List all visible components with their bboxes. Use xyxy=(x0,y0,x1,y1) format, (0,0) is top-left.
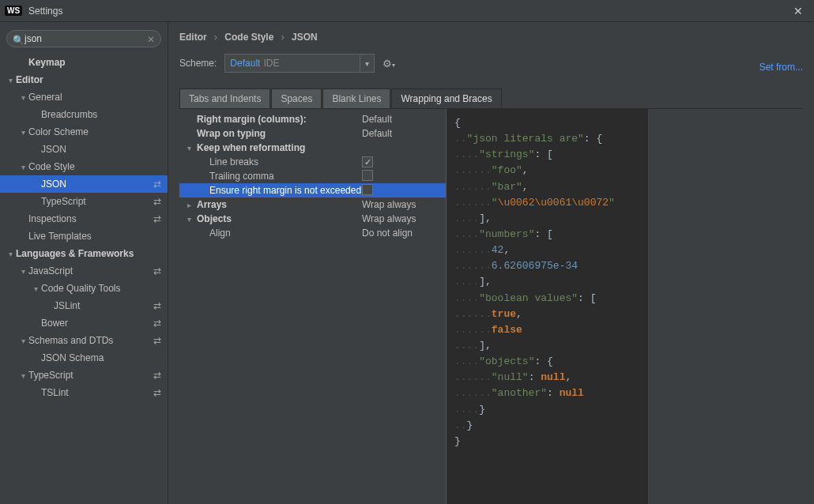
gear-icon[interactable]: ⚙▾ xyxy=(383,58,395,70)
chevron-down-icon[interactable]: ▾ xyxy=(17,128,28,137)
code-preview: { .."json literals are": { ...."strings"… xyxy=(447,109,649,504)
tree-item[interactable]: JSON xyxy=(0,141,168,158)
tree-label: Bower xyxy=(41,318,68,329)
option-value: Wrap always xyxy=(362,199,441,210)
set-from-link[interactable]: Set from... xyxy=(759,62,803,73)
chevron-down-icon: ▾ xyxy=(187,215,197,224)
tree-label: TypeScript xyxy=(41,196,86,207)
scheme-select[interactable]: Default IDE ▾ xyxy=(224,54,375,73)
tab-spaces[interactable]: Spaces xyxy=(271,88,322,108)
checkbox[interactable] xyxy=(362,170,373,181)
chevron-right-icon: › xyxy=(281,32,285,43)
tree-item[interactable]: Breadcrumbs xyxy=(0,106,168,123)
option-row[interactable]: AlignDo not align xyxy=(179,226,446,240)
tree-item[interactable]: Live Templates xyxy=(0,228,168,245)
option-value[interactable] xyxy=(362,170,441,183)
checkbox[interactable] xyxy=(362,184,373,195)
scope-icon: ⇄ xyxy=(153,213,161,224)
tree-item[interactable]: ▾Code Quality Tools xyxy=(0,280,168,297)
wrapping-options[interactable]: Right margin (columns):DefaultWrap on ty… xyxy=(179,109,447,504)
option-row[interactable]: Wrap on typingDefault xyxy=(179,126,446,141)
option-row[interactable]: ▾ObjectsWrap always xyxy=(179,212,446,226)
tree-item[interactable]: JSLint⇄ xyxy=(0,297,168,314)
tree-label: Code Quality Tools xyxy=(41,283,121,294)
search-icon: 🔍 xyxy=(13,35,24,46)
tree-item[interactable]: Bower⇄ xyxy=(0,314,168,332)
chevron-down-icon[interactable]: ▾ xyxy=(17,337,28,345)
chevron-down-icon[interactable]: ▾ xyxy=(5,76,16,85)
tree-item[interactable]: JSON⇄ xyxy=(0,175,168,193)
tree-item[interactable]: ▾Languages & Frameworks xyxy=(0,245,168,262)
breadcrumb-part[interactable]: Editor xyxy=(179,32,207,43)
tree-item[interactable]: ▾Color Scheme xyxy=(0,123,168,141)
option-row[interactable]: Trailing comma xyxy=(179,169,446,183)
scope-icon: ⇄ xyxy=(153,179,161,190)
breadcrumb-part[interactable]: Code Style xyxy=(224,32,273,43)
option-row[interactable]: Line breaks xyxy=(179,155,446,169)
tree-item[interactable]: ▾TypeScript⇄ xyxy=(0,367,168,384)
option-value[interactable] xyxy=(362,184,441,197)
window-title: Settings xyxy=(28,6,787,17)
tab-blank-lines[interactable]: Blank Lines xyxy=(322,88,390,108)
tree-label: JavaScript xyxy=(28,265,73,276)
chevron-down-icon[interactable]: ▾ xyxy=(360,55,369,72)
tree-label: Code Style xyxy=(28,161,75,172)
tree-item[interactable]: ▾Editor xyxy=(0,71,168,88)
chevron-down-icon[interactable]: ▾ xyxy=(30,284,41,293)
tree-label: JSON Schema xyxy=(41,352,104,363)
option-value: Do not align xyxy=(362,228,441,239)
scope-icon: ⇄ xyxy=(153,318,161,329)
search-input[interactable] xyxy=(6,30,161,47)
tree-item[interactable]: JSON Schema xyxy=(0,349,168,367)
chevron-down-icon[interactable]: ▾ xyxy=(17,93,28,102)
tree-item[interactable]: ▾JavaScript⇄ xyxy=(0,262,168,280)
scope-icon: ⇄ xyxy=(153,196,161,207)
right-gutter xyxy=(649,109,803,504)
breadcrumb-part: JSON xyxy=(292,32,318,43)
tab-wrapping-and-braces[interactable]: Wrapping and Braces xyxy=(391,88,501,108)
option-label: Keep when reformatting xyxy=(197,142,362,153)
scheme-label: Scheme: xyxy=(179,58,217,69)
chevron-down-icon[interactable]: ▾ xyxy=(17,267,28,276)
tree-item[interactable]: Inspections⇄ xyxy=(0,210,168,228)
close-icon[interactable]: ✕ xyxy=(787,3,809,19)
search-wrap: 🔍 ✕ xyxy=(0,30,168,54)
tree-item[interactable]: Keymap xyxy=(0,54,168,71)
chevron-right-icon: ▸ xyxy=(187,201,197,209)
settings-content: Editor › Code Style › JSON Scheme: Defau… xyxy=(168,22,814,504)
option-label: Objects xyxy=(197,213,362,224)
scope-icon: ⇄ xyxy=(153,387,161,398)
tab-tabs-and-indents[interactable]: Tabs and Indents xyxy=(179,88,270,108)
checkbox[interactable] xyxy=(362,156,373,167)
settings-tree[interactable]: Keymap▾Editor▾GeneralBreadcrumbs▾Color S… xyxy=(0,54,168,504)
clear-search-icon[interactable]: ✕ xyxy=(147,34,155,45)
chevron-right-icon: › xyxy=(214,32,217,43)
scope-icon: ⇄ xyxy=(153,265,161,276)
chevron-down-icon[interactable]: ▾ xyxy=(17,371,28,380)
code-style-tabs: Tabs and IndentsSpacesBlank LinesWrappin… xyxy=(179,88,803,108)
option-row[interactable]: ▾Keep when reformatting xyxy=(179,141,446,155)
scope-icon: ⇄ xyxy=(153,300,161,311)
option-label: Wrap on typing xyxy=(197,128,362,139)
tree-item[interactable]: ▾General xyxy=(0,88,168,106)
option-value[interactable] xyxy=(362,156,441,168)
option-label: Arrays xyxy=(197,199,362,210)
option-row[interactable]: ▸ArraysWrap always xyxy=(179,197,446,212)
tree-item[interactable]: ▾Schemas and DTDs⇄ xyxy=(0,332,168,349)
settings-sidebar: 🔍 ✕ Keymap▾Editor▾GeneralBreadcrumbs▾Col… xyxy=(0,22,168,504)
tree-item[interactable]: ▾Code Style xyxy=(0,158,168,175)
chevron-down-icon[interactable]: ▾ xyxy=(17,163,28,171)
option-label: Trailing comma xyxy=(197,171,362,182)
tree-label: JSLint xyxy=(54,300,80,311)
tree-item[interactable]: TypeScript⇄ xyxy=(0,193,168,210)
chevron-down-icon[interactable]: ▾ xyxy=(5,250,16,258)
option-row[interactable]: Right margin (columns):Default xyxy=(179,112,446,126)
tree-label: TypeScript xyxy=(28,370,73,381)
option-label: Align xyxy=(197,228,362,239)
breadcrumb: Editor › Code Style › JSON xyxy=(179,32,803,43)
tree-label: Live Templates xyxy=(28,231,92,242)
option-row[interactable]: Ensure right margin is not exceeded xyxy=(179,183,446,197)
tree-label: General xyxy=(28,92,62,103)
tree-item[interactable]: TSLint⇄ xyxy=(0,384,168,401)
scope-icon: ⇄ xyxy=(153,370,161,381)
